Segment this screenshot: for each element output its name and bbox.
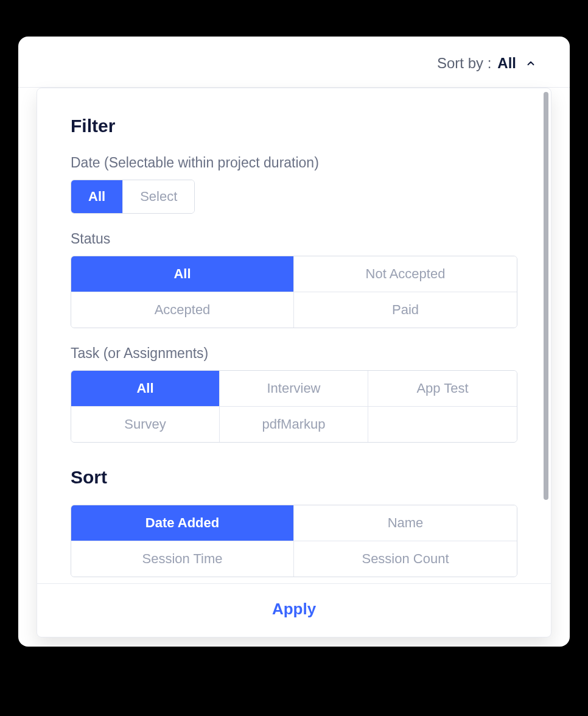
status-option-not-accepted[interactable]: Not Accepted — [294, 256, 517, 292]
date-segmented: All Select — [71, 180, 195, 214]
filter-sort-panel: Filter Date (Selectable within project d… — [37, 88, 551, 637]
app-window: Sort by : All Filter Date (Selectable wi… — [18, 37, 570, 647]
task-option-survey[interactable]: Survey — [71, 407, 220, 442]
status-grid: All Not Accepted Accepted Paid — [71, 256, 517, 328]
task-option-empty — [368, 407, 517, 442]
sort-option-session-time[interactable]: Session Time — [71, 541, 294, 577]
sort-option-session-count[interactable]: Session Count — [294, 541, 517, 577]
task-option-app-test[interactable]: App Test — [368, 371, 517, 407]
panel-footer: Apply — [37, 583, 551, 637]
apply-button[interactable]: Apply — [272, 600, 316, 619]
sort-by-value: All — [497, 55, 516, 72]
sort-heading: Sort — [71, 467, 517, 488]
task-grid: All Interview App Test Survey pdfMarkup — [71, 370, 517, 443]
task-group-label: Task (or Assignments) — [71, 345, 517, 362]
sort-by-label: Sort by : — [437, 55, 491, 72]
sort-option-date-added[interactable]: Date Added — [71, 505, 294, 541]
sort-grid: Date Added Name Session Time Session Cou… — [71, 505, 517, 577]
status-option-paid[interactable]: Paid — [294, 292, 517, 328]
header-bar: Sort by : All — [18, 37, 570, 81]
date-option-all[interactable]: All — [71, 180, 123, 213]
date-group-label: Date (Selectable within project duration… — [71, 155, 517, 171]
task-option-interview[interactable]: Interview — [220, 371, 368, 407]
chevron-up-icon[interactable] — [522, 55, 539, 72]
date-option-select[interactable]: Select — [123, 180, 194, 213]
status-option-accepted[interactable]: Accepted — [71, 292, 294, 328]
task-option-pdfmarkup[interactable]: pdfMarkup — [220, 407, 368, 442]
status-option-all[interactable]: All — [71, 256, 294, 292]
scrollbar[interactable] — [544, 92, 548, 500]
task-option-all[interactable]: All — [71, 371, 220, 407]
status-group-label: Status — [71, 231, 517, 247]
sort-option-name[interactable]: Name — [294, 505, 517, 541]
filter-heading: Filter — [71, 116, 517, 136]
